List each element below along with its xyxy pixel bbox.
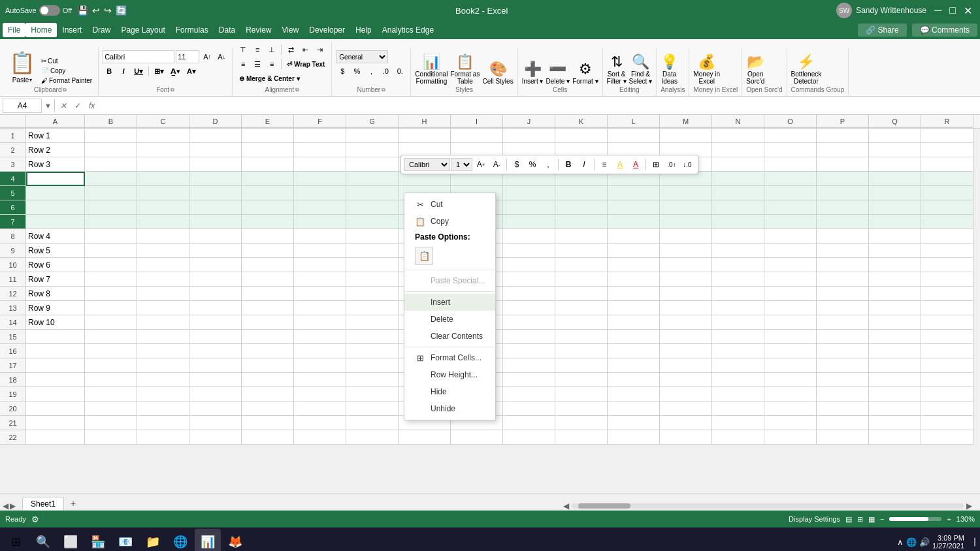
cell-J16[interactable] — [503, 344, 555, 358]
cell-L19[interactable] — [608, 387, 660, 401]
cell-J12[interactable] — [503, 287, 555, 301]
cell-Q13[interactable] — [869, 301, 921, 315]
cell-B17[interactable] — [85, 358, 137, 373]
cell-J8[interactable] — [503, 229, 555, 244]
taskbar-taskview-button[interactable]: ⬜ — [57, 529, 84, 551]
cell-F20[interactable] — [294, 401, 346, 416]
cell-J22[interactable] — [503, 430, 555, 445]
cell-R14[interactable] — [921, 315, 973, 330]
menu-insert[interactable]: Insert — [57, 23, 87, 37]
row-num-14[interactable]: 14 — [0, 315, 26, 330]
cell-B13[interactable] — [85, 301, 137, 315]
menu-file[interactable]: File — [3, 23, 25, 37]
cell-F22[interactable] — [294, 430, 346, 445]
cell-G2[interactable] — [346, 143, 399, 157]
cell-R15[interactable] — [921, 330, 973, 344]
network-icon[interactable]: 🌐 — [906, 537, 917, 547]
cell-D12[interactable] — [189, 287, 242, 301]
cell-O14[interactable] — [764, 315, 817, 330]
horizontal-scrollbar-thumb[interactable] — [578, 503, 630, 509]
cell-N18[interactable] — [712, 373, 764, 387]
cell-P1[interactable] — [817, 129, 869, 143]
cell-G11[interactable] — [346, 272, 399, 287]
cell-D11[interactable] — [189, 272, 242, 287]
cell-C3[interactable] — [137, 157, 189, 172]
cell-B1[interactable] — [85, 129, 137, 143]
cell-P10[interactable] — [817, 258, 869, 272]
maximize-icon[interactable]: □ — [947, 5, 958, 17]
cell-F4[interactable] — [294, 172, 346, 186]
cell-A3[interactable]: Row 3 — [26, 157, 85, 172]
cell-C1[interactable] — [137, 129, 189, 143]
cell-J9[interactable] — [503, 244, 555, 258]
cell-P2[interactable] — [817, 143, 869, 157]
cell-A6[interactable] — [26, 200, 85, 215]
cell-Q20[interactable] — [869, 401, 921, 416]
cell-N19[interactable] — [712, 387, 764, 401]
cell-J14[interactable] — [503, 315, 555, 330]
cell-C9[interactable] — [137, 244, 189, 258]
sheet-tab-1[interactable]: Sheet1 — [22, 497, 64, 511]
percent-button[interactable]: % — [350, 65, 363, 78]
cell-L5[interactable] — [608, 186, 660, 200]
cell-K15[interactable] — [555, 330, 608, 344]
ctx-copy[interactable]: 📋 Copy — [404, 213, 495, 230]
cell-M14[interactable] — [660, 315, 712, 330]
view-page-layout-icon[interactable]: ⊞ — [857, 515, 863, 524]
cell-O21[interactable] — [764, 416, 817, 430]
cell-B5[interactable] — [85, 186, 137, 200]
money-excel-button[interactable]: 💰 Money inExcel — [693, 54, 720, 85]
cell-D15[interactable] — [189, 330, 242, 344]
cell-D8[interactable] — [189, 229, 242, 244]
cell-B7[interactable] — [85, 215, 137, 229]
cell-Q10[interactable] — [869, 258, 921, 272]
cell-C13[interactable] — [137, 301, 189, 315]
font-size-select[interactable] — [176, 50, 199, 63]
cell-M10[interactable] — [660, 258, 712, 272]
cell-J17[interactable] — [503, 358, 555, 373]
close-icon[interactable]: ✕ — [961, 5, 975, 17]
cell-D16[interactable] — [189, 344, 242, 358]
clock[interactable]: 3:09 PM 1/27/2021 — [932, 534, 964, 550]
cell-Q11[interactable] — [869, 272, 921, 287]
cell-J19[interactable] — [503, 387, 555, 401]
cell-L7[interactable] — [608, 215, 660, 229]
cell-M22[interactable] — [660, 430, 712, 445]
align-middle-button[interactable]: ≡ — [251, 43, 264, 56]
cell-O19[interactable] — [764, 387, 817, 401]
cell-E12[interactable] — [242, 287, 294, 301]
mini-toolbar-grow-button[interactable]: A+ — [474, 157, 488, 172]
cell-G15[interactable] — [346, 330, 399, 344]
row-num-22[interactable]: 22 — [0, 430, 26, 445]
cell-A14[interactable]: Row 10 — [26, 315, 85, 330]
col-header-J[interactable]: J — [503, 115, 555, 128]
col-header-H[interactable]: H — [399, 115, 451, 128]
tray-up-icon[interactable]: ∧ — [897, 537, 904, 547]
paste-button[interactable]: 📋 Paste ▾ — [7, 49, 38, 85]
conditional-formatting-button[interactable]: 📊 Conditional Formatting — [415, 54, 448, 85]
cell-E13[interactable] — [242, 301, 294, 315]
cell-O18[interactable] — [764, 373, 817, 387]
comments-button[interactable]: 💬 Comments — [912, 24, 977, 37]
cell-F13[interactable] — [294, 301, 346, 315]
mini-toolbar-border-button[interactable]: ⊞ — [649, 157, 663, 172]
redo-icon[interactable]: ↪ — [104, 5, 112, 16]
cell-M15[interactable] — [660, 330, 712, 344]
format-table-button[interactable]: 📋 Format asTable — [450, 54, 480, 85]
cell-M8[interactable] — [660, 229, 712, 244]
cell-M6[interactable] — [660, 200, 712, 215]
cell-E9[interactable] — [242, 244, 294, 258]
cell-P20[interactable] — [817, 401, 869, 416]
cell-L9[interactable] — [608, 244, 660, 258]
insert-cells-button[interactable]: ➕ Insert ▾ — [522, 61, 544, 85]
cell-O1[interactable] — [764, 129, 817, 143]
cell-D21[interactable] — [189, 416, 242, 430]
cell-P6[interactable] — [817, 200, 869, 215]
cell-E15[interactable] — [242, 330, 294, 344]
cell-C21[interactable] — [137, 416, 189, 430]
col-header-K[interactable]: K — [555, 115, 608, 128]
mini-toolbar-highlight-button[interactable]: A — [613, 157, 627, 172]
cell-D5[interactable] — [189, 186, 242, 200]
cell-K20[interactable] — [555, 401, 608, 416]
cell-Q4[interactable] — [869, 172, 921, 186]
